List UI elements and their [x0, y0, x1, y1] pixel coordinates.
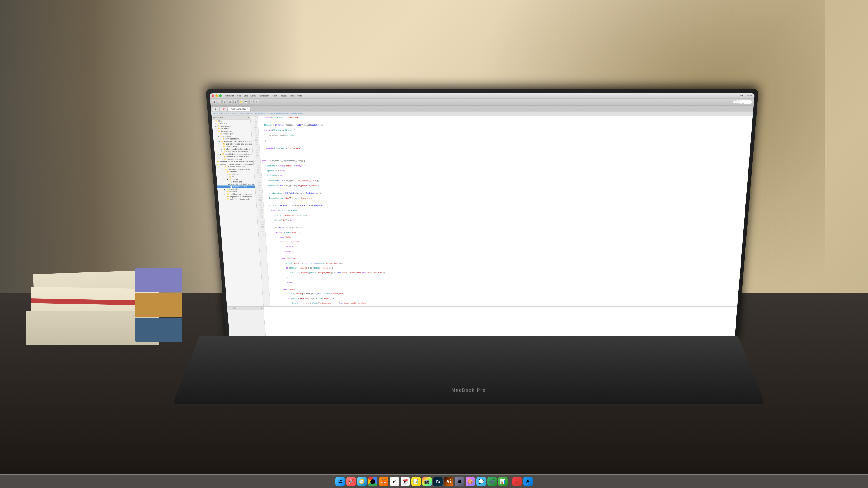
new-button[interactable]: + [249, 100, 254, 104]
minimize-button[interactable] [215, 94, 218, 97]
line-number: 135 [258, 214, 264, 216]
tree-item-charitable[interactable]: ▸📁charitable [214, 145, 252, 148]
open-button[interactable]: 📁 [239, 100, 243, 104]
tree-item-plugins[interactable]: ▾📁plugins [213, 135, 252, 138]
line-number: 107 [253, 144, 258, 147]
menu-view[interactable]: View [272, 94, 277, 97]
tree-item-ontinue[interactable]: ▸📁ontinue [218, 191, 256, 193]
tree-item-acf-accordion[interactable]: ▸📁acf-accordion [213, 138, 252, 140]
tree-item-backend[interactable]: ▾📁backend [216, 170, 254, 173]
tree-item-disable-comments[interactable]: ▸📁disable-comments [216, 166, 254, 168]
code-line: } [270, 276, 738, 279]
tree-item-debug.php[interactable]: 📄debug.php [217, 181, 255, 183]
tree-item-really-simple-captcha[interactable]: ▸📁really-simple-captcha [218, 193, 256, 196]
dock-item-facetime[interactable]: 📹 [487, 477, 497, 486]
tree-item-wp-btn[interactable]: ▸📁wp-btn [212, 123, 251, 125]
save-button[interactable]: 💾 [244, 100, 249, 104]
tree-item-extended-registration.php[interactable]: 📄extended-registration.php [217, 183, 255, 186]
tree-item-label: contact-form-7 [227, 158, 242, 160]
dock-item-photos[interactable]: 📷 [422, 477, 432, 486]
dock-item-reminders[interactable]: ✓ [390, 477, 399, 486]
menu-help[interactable]: Help [298, 94, 302, 97]
tree-item-advanced-custom-fields-pro[interactable]: ▸📁advanced-custom-fields-pro [214, 140, 252, 143]
tab-functions-php[interactable]: functions.php ✕ [228, 107, 251, 111]
file-tree-title: public_html ▾ [213, 117, 226, 119]
line-number: 123 [256, 184, 261, 187]
dock-item-safari[interactable]: 🧭 [357, 477, 367, 486]
tree-item-contact-form-7-no-database-extension[interactable]: ▸📁contact-form-7-no-database-extension [215, 161, 253, 163]
tree-item-charitable-ambassadors[interactable]: ▸📁charitable-ambassadors [214, 148, 253, 151]
line-number: 104 [253, 136, 258, 139]
code-editor[interactable]: 96 97 98 99 100 101 102 103 104 105 106 … [250, 116, 753, 306]
line-number: 134 [258, 211, 263, 214]
tree-item-functions.php[interactable]: 📄functions.php [217, 186, 255, 188]
tree-item-wp-admin[interactable]: ▸📁wp-admin [213, 127, 251, 130]
menu-code[interactable]: Code [250, 94, 256, 97]
dock-item-messages[interactable]: 💬 [476, 477, 486, 486]
dock-item-photoshop[interactable]: Ps [433, 477, 442, 486]
menu-komodo[interactable]: Komodo [225, 94, 235, 97]
settings-button[interactable]: ⚙ [254, 100, 259, 104]
tree-item-charitable-user-avatar[interactable]: ▸📁charitable-user-avatar [215, 156, 253, 158]
tree-item-wp-content[interactable]: ▾📁wp-content [213, 130, 251, 133]
tree-item-regenerate-thumbnails[interactable]: ▸📁regenerate-thumbnails [218, 195, 256, 198]
tab-pin[interactable]: 📌 [219, 107, 228, 111]
debug-button[interactable]: ⚙ [233, 100, 238, 104]
tree-item-charitable-license-checker[interactable]: ▸📁charitable-license-checker [215, 153, 253, 156]
tree-item-extended-registration[interactable]: ▾📁extended-registration [216, 168, 254, 170]
tree-item-classes[interactable]: ▸📁classes [216, 173, 254, 175]
dock-item-colorpicker[interactable]: 🎨 [466, 477, 475, 486]
tree-item-src[interactable]: ▸📁src [212, 120, 250, 122]
dock-item-music[interactable]: ♪ [513, 477, 522, 486]
dock-item-numbers[interactable]: 📊 [498, 477, 508, 486]
dock-item-launchpad[interactable]: 🚀 [346, 477, 356, 486]
tree-item-views[interactable]: ▸📁views [217, 178, 254, 181]
projects-label: Projects [228, 307, 237, 309]
tab-icon: 🗂 [215, 108, 217, 110]
file-tree-settings-icon[interactable]: ⚙ [248, 117, 249, 119]
line-number: 132 [258, 206, 263, 209]
tree-item-label: advanced-custom-fields-pro [224, 140, 252, 142]
maximize-button[interactable] [219, 94, 222, 97]
tree-item-label: views [232, 178, 238, 181]
stop-button[interactable]: ■ [228, 100, 232, 104]
dock-item-chrome[interactable]: ⬤ [368, 477, 377, 486]
menu-project[interactable]: Project [280, 94, 287, 97]
dock-item-notes[interactable]: 📝 [411, 477, 421, 486]
code-line: switch ($field['type']) { [267, 231, 742, 234]
tree-item-phpmyadmin[interactable]: ▸📁phpmyadmin [212, 125, 251, 127]
back-button[interactable]: ◀ [212, 100, 217, 104]
dock-item-finder[interactable]: 🗂 [336, 477, 345, 486]
output-panel [264, 306, 737, 338]
line-number: 139 [259, 223, 264, 226]
code-content[interactable]: include($view_path . 'header.php'); $fie… [258, 116, 753, 306]
menu-items: Komodo File Edit Code Navigation View Pr… [225, 94, 302, 97]
menu-tools[interactable]: Tools [289, 94, 294, 97]
tree-item-amr-shortcode-any-widget[interactable]: ▸📁amr-shortcode-any-widget [214, 143, 252, 145]
projects-settings-icon[interactable]: ⚙ [261, 307, 262, 309]
tree-item-label: LawSlider [229, 188, 239, 191]
code-line: foreach($fields as $field) { [260, 129, 750, 131]
tree-item-languages[interactable]: ▸📁languages [213, 133, 252, 135]
tab-file-icon[interactable]: 🗂 [212, 107, 219, 111]
dock-item-appstore[interactable]: A [523, 477, 533, 486]
tree-item-charitable-anonymous[interactable]: ▸📁charitable-anonymous [214, 151, 253, 153]
run-button[interactable]: ▶ [222, 100, 227, 104]
dock-item-settings[interactable]: ⚙ [455, 477, 464, 486]
menu-file[interactable]: File [237, 94, 241, 97]
folder-icon: 📁 [224, 158, 226, 160]
tree-item-contact-form-7[interactable]: ▸📁contact-form-7 [215, 158, 253, 161]
tab-close-icon[interactable]: ✕ [247, 108, 248, 110]
tree-item-js[interactable]: ▸📁js [216, 176, 254, 178]
close-button[interactable] [212, 94, 215, 97]
dock-item-firefox[interactable]: 🦊 [379, 477, 388, 486]
dock-item-illustrator[interactable]: Ai [444, 477, 454, 486]
tree-item-custom-registration-form-builder-with-submiss[interactable]: ▸📁custom-registration-form-builder-with-… [215, 163, 254, 166]
dock-item-calendar[interactable]: 📅 [401, 477, 410, 486]
menu-edit[interactable]: Edit [244, 94, 248, 97]
go-to-anything-input[interactable]: Go to Anything [733, 100, 753, 104]
tree-item-relative-image-urls[interactable]: ▸📁relative-image-urls [218, 198, 256, 200]
tree-item-LawSlider[interactable]: ▸📁LawSlider [217, 188, 255, 191]
menu-navigation[interactable]: Navigation [258, 94, 269, 97]
forward-button[interactable]: ▶ [217, 100, 222, 104]
